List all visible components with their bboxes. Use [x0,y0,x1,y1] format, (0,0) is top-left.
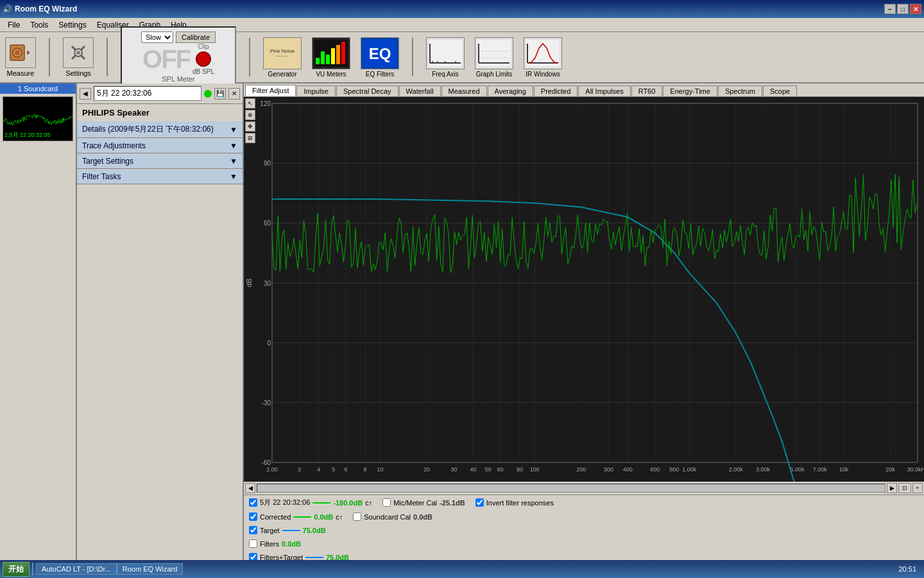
accordion-header-filter-tasks[interactable]: Filter Tasks ▼ [77,170,243,184]
graph-tools: ↖ ⊕ ✥ ⊞ [244,97,257,495]
ir-windows-label: IR Windows [526,71,560,78]
ir-windows-button[interactable]: IR Windows [524,37,562,78]
accordion-section-filter-tasks: Filter Tasks ▼ [77,170,243,184]
svg-rect-11 [331,48,335,64]
legend-value-soundcard-cal: 0.0dB [413,513,432,521]
soundcard-label[interactable]: 1 Soundcard [0,83,76,94]
tab-spectrum[interactable]: Spectrum [718,85,762,96]
accordion-header-details[interactable]: Details (2009年5月22日 下午08:32:06) ▼ [77,121,243,138]
tool-pan[interactable]: ✥ [245,121,255,132]
legend-label-mic-cal: Mic/Meter Cal [393,499,437,507]
accordion-arrow-filter-tasks: ▼ [230,172,237,181]
tab-scope[interactable]: Scope [763,85,797,96]
save-button[interactable]: 💾 [214,88,226,100]
minimize-button[interactable]: − [884,4,896,14]
tab-measured[interactable]: Measured [441,85,487,96]
tool-cursor[interactable]: ↖ [245,98,255,109]
accordion-label-filter-tasks: Filter Tasks [82,172,121,181]
spl-off-display: OFF [142,45,190,74]
separator-1 [49,38,50,76]
legend-label-soundcard-cal: Soundcard Cal [364,513,411,521]
legend-value-filters: 0.0dB [282,540,301,548]
tool-magnify[interactable]: ⊕ [245,110,255,120]
left-panel: 1 Soundcard 2,5月 22 20:32:05 [0,83,77,564]
graph-limits-icon [475,37,513,69]
measure-button[interactable]: Measure [5,37,36,77]
legend-line-measurement [312,502,330,504]
accordion-top: ◀ 5月 22 20:32:06 💾 ✕ [77,83,243,104]
legend-item-corrected: Corrected 0.0dB c↑ [249,512,343,521]
tab-impulse[interactable]: Impulse [296,85,336,96]
settings-button[interactable]: Settings [63,37,94,77]
tool-zoom[interactable]: ⊞ [245,133,255,143]
legend-item-mic-cal: Mic/Meter Cal -25.1dB [382,498,465,507]
legend-area: 5月 22 20:32:06 -180.0dB c↑ Mic/Meter Cal… [244,495,924,564]
maximize-button[interactable]: □ [897,4,909,14]
legend-check-corrected[interactable] [249,512,257,521]
spl-speed-select[interactable]: Slow Fast [141,31,173,43]
legend-check-target[interactable] [249,526,257,534]
tab-predicted[interactable]: Predicted [534,85,578,96]
eq-filters-label: EQ Filters [366,71,394,78]
menu-tools[interactable]: Tools [25,19,53,31]
legend-check-soundcard-cal[interactable] [353,512,361,521]
freq-axis-button[interactable]: Freq Axis [426,37,465,78]
taskbar: 开始 AutoCAD LT - [D:\Dr... Room EQ Wizard… [0,560,924,578]
nav-back-button[interactable]: ◀ [80,88,91,100]
legend-item-filters: Filters 0.0dB [249,539,301,548]
menu-settings[interactable]: Settings [53,19,91,31]
zoom-fit-button[interactable]: ⊡ [898,483,911,493]
vu-meters-button[interactable]: VU Meters [312,37,350,78]
start-button[interactable]: 开始 [3,562,30,577]
separator-4 [412,38,413,76]
clip-label: Clip [198,43,209,50]
legend-label-measurement: 5月 22 20:32:06 [260,498,310,507]
accordion-header-trace[interactable]: Trace Adjustments ▼ [77,139,243,153]
legend-check-filters[interactable] [249,539,257,548]
svg-rect-10 [326,55,330,64]
tab-filter-adjust[interactable]: Filter Adjust [245,85,296,96]
tab-rt60[interactable]: RT60 [631,85,663,96]
tab-averaging[interactable]: Averaging [488,85,533,96]
svg-text:EQ: EQ [369,45,391,62]
scroll-track[interactable] [257,484,886,493]
taskbar-autocad[interactable]: AutoCAD LT - [D:\Dr... [36,563,117,575]
legend-unit-measurement: c↑ [365,499,372,507]
record-indicator [204,90,212,98]
accordion-arrow-target: ▼ [230,157,237,166]
accordion-section-trace: Trace Adjustments ▼ [77,139,243,153]
scroll-right-button[interactable]: ▶ [887,483,897,493]
legend-line-corrected [293,516,311,518]
settings-icon [63,37,94,68]
accordion-panel: ◀ 5月 22 20:32:06 💾 ✕ PHILIPS Speaker Det… [77,83,244,564]
tab-waterfall[interactable]: Waterfall [399,85,441,96]
zoom-in-button[interactable]: + [912,483,923,493]
calibrate-button[interactable]: Calibrate [176,31,216,43]
menu-file[interactable]: File [3,19,25,31]
legend-check-invert[interactable] [475,498,484,507]
taskbar-clock: 20:51 [898,565,916,573]
legend-check-mic-cal[interactable] [382,498,391,507]
graph-limits-button[interactable]: Graph Limits [475,37,513,78]
speaker-name: PHILIPS Speaker [77,104,243,121]
legend-item-target: Target 75.0dB [249,526,326,534]
measure-icon [5,37,36,68]
legend-item-soundcard-cal: Soundcard Cal 0.0dB [353,512,432,521]
legend-item-invert: Invert filter responses [475,498,554,507]
legend-check-measurement[interactable] [249,498,257,507]
tab-energy-time[interactable]: Energy-Time [663,85,717,96]
titlebar-left: 🔊 Room EQ Wizard [3,4,77,13]
accordion-section-details: Details (2009年5月22日 下午08:32:06) ▼ [77,121,243,138]
legend-item-measurement: 5月 22 20:32:06 -180.0dB c↑ [249,498,372,507]
measurement-thumbnail[interactable]: 2,5月 22 20:32:05 [3,96,73,141]
graph-canvas[interactable]: ↖ ⊕ ✥ ⊞ ◀ ▶ ⊡ + [244,97,924,495]
close-button[interactable]: ✕ [910,4,921,14]
svg-rect-9 [321,51,325,64]
eq-filters-button[interactable]: EQ EQ Filters [361,37,399,78]
generator-button[interactable]: Pink Noise ~~~~~ Generator [263,37,302,78]
close-small-button[interactable]: ✕ [228,88,240,100]
accordion-header-target[interactable]: Target Settings ▼ [77,154,243,169]
taskbar-roomwizard[interactable]: Room EQ Wizard [117,563,184,575]
tab-all-impulses[interactable]: All Impulses [578,85,630,96]
tab-spectral-decay[interactable]: Spectral Decay [336,85,398,96]
